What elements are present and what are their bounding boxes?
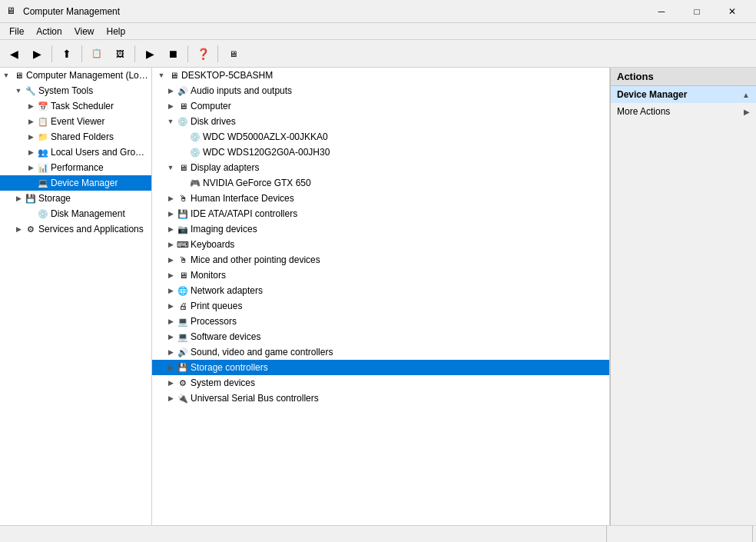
toolbar-stop[interactable]: ⏹ (162, 43, 184, 65)
center-panel: ▼ 🖥 DESKTOP-5CBASHM ▶ 🔊 Audio inputs and… (152, 68, 610, 525)
action-more-actions[interactable]: More Actions ▶ (611, 103, 756, 120)
expand-icon: ▶ (25, 146, 37, 158)
toolbar-monitor[interactable]: 🖥 (222, 43, 244, 65)
expand-icon: ▼ (155, 69, 167, 81)
expand-icon: ▶ (12, 192, 25, 204)
device-print-queues[interactable]: ▶ 🖨 Print queues (152, 298, 609, 314)
computer-icon: 🖥 (177, 100, 189, 112)
expand-icon: ▶ (164, 300, 177, 312)
device-monitors[interactable]: ▶ 🖥 Monitors (152, 268, 609, 283)
audio-icon: 🔊 (177, 85, 189, 97)
action-device-manager[interactable]: Device Manager ▲ (611, 86, 756, 103)
expand-icon (25, 208, 37, 220)
close-button[interactable]: ✕ (715, 0, 750, 23)
device-computer[interactable]: ▶ 🖥 Computer (152, 98, 609, 114)
device-system-devices[interactable]: ▶ ⚙ System devices (152, 375, 609, 391)
status-segment-1 (3, 526, 607, 542)
tree-item-computer-mgmt[interactable]: ▼ 🖥 Computer Management (Local (0, 68, 151, 83)
app-title: Computer Management (23, 6, 644, 17)
toolbar-view[interactable]: 🖼 (109, 43, 131, 65)
device-ide[interactable]: ▶ 💾 IDE ATA/ATAPI controllers (152, 206, 609, 221)
app-icon: 🖥 (6, 5, 18, 18)
system-devices-icon: ⚙ (177, 377, 189, 389)
expand-icon: ▼ (0, 69, 12, 81)
wdc1-label: WDC WD5000AZLX-00JKKA0 (203, 131, 328, 142)
monitors-label: Monitors (191, 270, 226, 281)
device-wdc2[interactable]: 💿 WDC WDS120G2G0A-00JH30 (152, 145, 609, 160)
hid-label: Human Interface Devices (191, 193, 294, 204)
device-imaging[interactable]: ▶ 📷 Imaging devices (152, 221, 609, 237)
tree-item-local-users[interactable]: ▶ 👥 Local Users and Groups (0, 145, 151, 160)
tree-item-system-tools[interactable]: ▼ 🔧 System Tools (0, 83, 151, 98)
expand-icon: ▶ (25, 115, 37, 128)
expand-icon: ▶ (164, 346, 177, 358)
menu-view[interactable]: View (68, 25, 101, 38)
device-storage-controllers[interactable]: ▶ 💾 Storage controllers (152, 360, 609, 375)
device-network-adapters[interactable]: ▶ 🌐 Network adapters (152, 283, 609, 298)
device-usb[interactable]: ▶ 🔌 Universal Serial Bus controllers (152, 391, 609, 406)
tree-item-shared-folders[interactable]: ▶ 📁 Shared Folders (0, 129, 151, 145)
device-root[interactable]: ▼ 🖥 DESKTOP-5CBASHM (152, 68, 609, 83)
tree-item-performance[interactable]: ▶ 📊 Performance (0, 160, 151, 175)
software-devices-label: Software devices (191, 331, 260, 342)
menu-help[interactable]: Help (101, 25, 132, 38)
toolbar-help[interactable]: ❓ (192, 43, 214, 65)
computer-mgmt-label: Computer Management (Local (26, 70, 148, 81)
tree-item-disk-management[interactable]: 💿 Disk Management (0, 206, 151, 221)
device-audio[interactable]: ▶ 🔊 Audio inputs and outputs (152, 83, 609, 98)
device-wdc1[interactable]: 💿 WDC WD5000AZLX-00JKKA0 (152, 129, 609, 145)
mice-label: Mice and other pointing devices (191, 254, 320, 265)
device-mice[interactable]: ▶ 🖱 Mice and other pointing devices (152, 252, 609, 268)
system-devices-label: System devices (191, 377, 255, 388)
toolbar-sep-1 (51, 45, 52, 62)
wdc2-icon: 💿 (189, 146, 201, 158)
device-processors[interactable]: ▶ 💻 Processors (152, 314, 609, 329)
toolbar-run[interactable]: ▶ (139, 43, 161, 65)
wdc1-icon: 💿 (189, 131, 201, 143)
expand-icon (177, 146, 189, 158)
device-display-adapters[interactable]: ▼ 🖥 Display adapters (152, 160, 609, 175)
device-disk-drives[interactable]: ▼ 💿 Disk drives (152, 114, 609, 129)
tree-item-device-manager[interactable]: 💻 Device Manager (0, 175, 151, 191)
expand-icon: ▶ (164, 85, 177, 97)
expand-icon (177, 177, 189, 189)
print-icon: 🖨 (177, 300, 189, 312)
toolbar-forward[interactable]: ▶ (26, 43, 48, 65)
audio-label: Audio inputs and outputs (191, 85, 292, 96)
root-label: DESKTOP-5CBASHM (181, 70, 273, 81)
device-manager-icon: 💻 (37, 177, 49, 189)
nvidia-label: NVIDIA GeForce GTX 650 (203, 178, 311, 188)
title-bar: 🖥 Computer Management ─ □ ✕ (0, 0, 756, 23)
tree-item-task-scheduler[interactable]: ▶ 📅 Task Scheduler (0, 98, 151, 114)
expand-icon: ▶ (164, 377, 177, 389)
tree-item-storage[interactable]: ▶ 💾 Storage (0, 191, 151, 206)
device-hid[interactable]: ▶ 🖱 Human Interface Devices (152, 191, 609, 206)
toolbar-back[interactable]: ◀ (3, 43, 25, 65)
status-bar (0, 525, 756, 542)
minimize-button[interactable]: ─ (644, 0, 679, 23)
expand-icon (177, 131, 189, 143)
expand-icon: ▶ (164, 208, 177, 220)
device-software-devices[interactable]: ▶ 💻 Software devices (152, 329, 609, 344)
status-segment-2 (607, 526, 753, 542)
device-sound-video[interactable]: ▶ 🔊 Sound, video and game controllers (152, 344, 609, 360)
toolbar-show-hide[interactable]: 📋 (86, 43, 108, 65)
expand-icon: ▶ (25, 100, 37, 112)
menu-file[interactable]: File (3, 25, 30, 38)
ide-label: IDE ATA/ATAPI controllers (191, 208, 297, 219)
menu-action[interactable]: Action (30, 25, 68, 38)
ide-icon: 💾 (177, 208, 189, 220)
tree-item-event-viewer[interactable]: ▶ 📋 Event Viewer (0, 114, 151, 129)
disk-management-label: Disk Management (51, 208, 125, 219)
device-nvidia[interactable]: 🎮 NVIDIA GeForce GTX 650 (152, 175, 609, 191)
device-keyboards[interactable]: ▶ ⌨ Keyboards (152, 237, 609, 252)
toolbar-up[interactable]: ⬆ (56, 43, 78, 65)
disk-drives-icon: 💿 (177, 115, 189, 128)
tree-item-services-applications[interactable]: ▶ ⚙ Services and Applications (0, 221, 151, 237)
usb-label: Universal Serial Bus controllers (191, 393, 319, 404)
expand-icon: ▶ (164, 238, 177, 251)
maximize-button[interactable]: □ (679, 0, 715, 23)
nvidia-icon: 🎮 (189, 177, 201, 189)
network-label: Network adapters (191, 285, 263, 296)
performance-icon: 📊 (37, 161, 49, 174)
